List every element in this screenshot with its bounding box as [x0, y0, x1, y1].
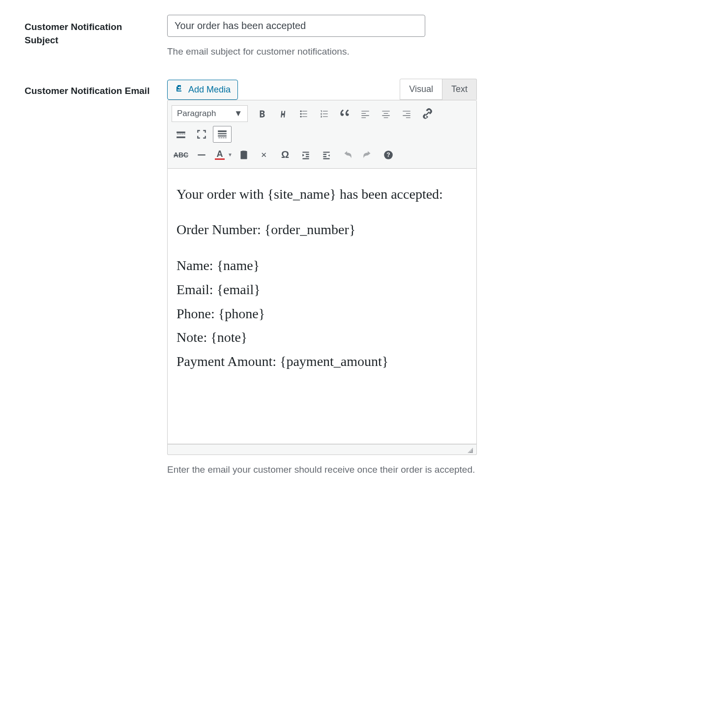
paste-text-button[interactable]	[235, 147, 253, 163]
editor-toolbar: Paragraph ▼ ABC	[167, 100, 477, 169]
align-center-button[interactable]	[377, 105, 395, 122]
readmore-button[interactable]	[172, 126, 190, 143]
indent-button[interactable]	[317, 147, 336, 163]
subject-field: The email subject for customer notificat…	[167, 15, 477, 59]
content-p4: Email: {email}	[176, 279, 468, 301]
strikethrough-button[interactable]: ABC	[172, 147, 190, 163]
chevron-down-icon: ▼	[234, 109, 242, 119]
resize-handle-icon[interactable]	[468, 447, 473, 453]
undo-button[interactable]	[338, 147, 356, 163]
subject-row: Customer Notification Subject The email …	[25, 15, 679, 59]
clear-formatting-button[interactable]	[255, 147, 274, 163]
editor-header: Add Media Visual Text	[167, 79, 477, 100]
add-media-button[interactable]: Add Media	[167, 80, 238, 100]
email-label: Customer Notification Email	[25, 79, 167, 477]
content-p7: Payment Amount: {payment_amount}	[176, 351, 468, 373]
svg-point-4	[470, 452, 471, 453]
outdent-button[interactable]	[296, 147, 315, 163]
toolbar-row-2	[172, 124, 472, 145]
content-p3: Name: {name}	[176, 255, 468, 277]
tab-text[interactable]: Text	[442, 79, 477, 100]
align-right-button[interactable]	[397, 105, 416, 122]
numberlist-button[interactable]	[315, 105, 333, 122]
svg-text:?: ?	[386, 152, 390, 158]
content-p5: Phone: {phone}	[176, 303, 468, 325]
add-media-label: Add Media	[188, 85, 231, 95]
blockquote-button[interactable]	[335, 105, 354, 122]
content-p1: Your order with {site_name} has been acc…	[176, 183, 468, 206]
email-row: Customer Notification Email Add Media Vi…	[25, 79, 679, 477]
hr-button[interactable]	[192, 147, 211, 163]
subject-description: The email subject for customer notificat…	[167, 45, 477, 59]
editor-footer	[167, 444, 477, 455]
link-button[interactable]	[418, 105, 437, 122]
align-left-button[interactable]	[356, 105, 375, 122]
redo-button[interactable]	[358, 147, 377, 163]
help-button[interactable]: ?	[379, 147, 398, 163]
toolbar-row-1: Paragraph ▼	[172, 103, 472, 124]
toolbar-row-3: ABC A ▼ Ω ?	[172, 145, 472, 165]
bold-button[interactable]	[253, 105, 271, 122]
fullscreen-button[interactable]	[192, 126, 211, 143]
text-color-button[interactable]: A ▼	[213, 148, 233, 162]
special-char-button[interactable]: Ω	[276, 147, 294, 163]
content-p2: Order Number: {order_number}	[176, 219, 468, 241]
format-select[interactable]: Paragraph ▼	[172, 105, 248, 122]
tab-visual[interactable]: Visual	[400, 79, 442, 100]
email-field: Add Media Visual Text Paragraph ▼	[167, 79, 477, 477]
bulletlist-button[interactable]	[294, 105, 313, 122]
subject-label: Customer Notification Subject	[25, 15, 167, 59]
italic-button[interactable]	[273, 105, 292, 122]
svg-point-5	[471, 450, 472, 451]
chevron-down-icon: ▼	[228, 152, 233, 157]
svg-rect-0	[198, 154, 205, 155]
format-select-value: Paragraph	[177, 109, 216, 119]
svg-point-3	[471, 452, 472, 453]
email-description: Enter the email your customer should rec…	[167, 463, 477, 477]
content-p6: Note: {note}	[176, 327, 468, 349]
editor-tabs: Visual Text	[400, 79, 477, 100]
media-icon	[175, 84, 184, 96]
toolbar-toggle-button[interactable]	[213, 126, 232, 143]
editor-content[interactable]: Your order with {site_name} has been acc…	[167, 169, 477, 444]
subject-input[interactable]	[167, 15, 425, 37]
